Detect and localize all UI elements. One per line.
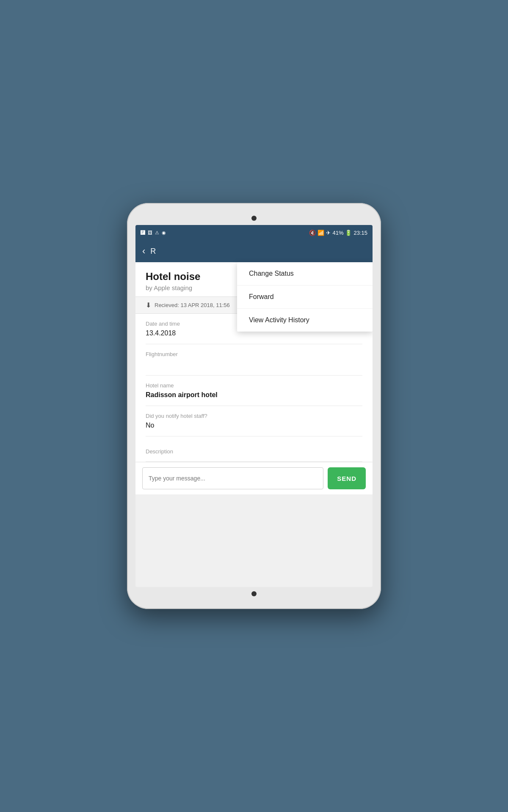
app-header: ‹ R: [135, 240, 373, 262]
notification-icon-eye: ◉: [162, 230, 166, 236]
field-value-hotel: Radisson airport hotel: [146, 391, 362, 399]
message-bar: SEND: [135, 462, 373, 494]
field-flight-number: Flightnumber: [146, 344, 362, 376]
back-button[interactable]: ‹: [142, 246, 145, 257]
screen: 🅿 🖼 ⚠ ◉ 🔇 📶 ✈ 41% 🔋 23:15 ‹ R Change Sta…: [135, 225, 373, 587]
field-label-description: Description: [146, 443, 362, 455]
mute-icon: 🔇: [309, 230, 316, 236]
field-hotel-name: Hotel name Radisson airport hotel: [146, 376, 362, 406]
field-label-hotel: Hotel name: [146, 382, 362, 389]
field-value-notify: No: [146, 422, 362, 429]
received-text: Recieved: 13 APR 2018, 11:56: [155, 302, 230, 308]
field-label-flight: Flightnumber: [146, 351, 362, 357]
send-button[interactable]: SEND: [328, 467, 366, 489]
device-dot-top: [251, 216, 257, 221]
received-icon: ⬇: [146, 301, 151, 309]
status-bar-right: 🔇 📶 ✈ 41% 🔋 23:15: [309, 230, 367, 236]
dropdown-item-forward[interactable]: Forward: [237, 285, 373, 309]
form-section: Date and time 13.4.2018 Flightnumber Hot…: [135, 314, 373, 462]
notification-icon-img: 🖼: [148, 230, 152, 235]
wifi-icon: 📶: [318, 230, 324, 236]
device-dot-bottom: [251, 591, 257, 596]
dropdown-item-view-activity[interactable]: View Activity History: [237, 309, 373, 332]
message-input[interactable]: [142, 467, 323, 489]
notification-icon-p: 🅿: [141, 230, 145, 235]
field-description: Description: [146, 436, 362, 462]
battery-icon: 🔋: [345, 230, 352, 236]
field-label-notify: Did you notify hotel staff?: [146, 413, 362, 419]
header-title: R: [150, 247, 156, 256]
device-frame: 🅿 🖼 ⚠ ◉ 🔇 📶 ✈ 41% 🔋 23:15 ‹ R Change Sta…: [127, 203, 381, 609]
dropdown-menu: Change Status Forward View Activity Hist…: [237, 262, 373, 332]
dropdown-item-change-status[interactable]: Change Status: [237, 262, 373, 285]
notification-icon-warning: ⚠: [155, 230, 159, 236]
clock: 23:15: [353, 230, 367, 236]
battery-percent: 41%: [332, 230, 343, 236]
field-value-flight: [146, 360, 362, 368]
airplane-icon: ✈: [326, 230, 331, 236]
field-notify-staff: Did you notify hotel staff? No: [146, 406, 362, 436]
status-bar-left: 🅿 🖼 ⚠ ◉: [141, 230, 166, 236]
status-bar: 🅿 🖼 ⚠ ◉ 🔇 📶 ✈ 41% 🔋 23:15: [135, 225, 373, 240]
